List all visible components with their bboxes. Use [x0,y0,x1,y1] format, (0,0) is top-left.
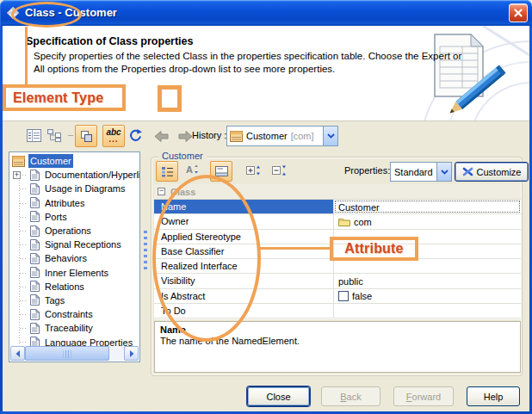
toolbar-separator [68,135,73,136]
collapse-category-icon[interactable] [158,188,165,195]
tree-item-constraints[interactable]: Constraints [9,307,139,321]
show-description-button[interactable] [210,161,232,182]
svg-text:A: A [186,164,193,175]
scrollbar-thumb[interactable] [25,346,109,361]
doc-icon [30,281,40,292]
tree-item-signal-receptions[interactable]: Signal Receptions [9,238,139,251]
tree-item-label: Relations [43,280,86,294]
forward-button[interactable]: Forward [393,386,454,406]
categorized-view-button[interactable] [156,161,178,182]
property-value-text: public [338,276,363,287]
clone-view-button[interactable] [75,125,97,147]
property-name[interactable]: Is Abstract [154,289,334,303]
forward-arrow-icon[interactable] [178,131,193,142]
expand-all-icon[interactable] [246,164,261,176]
properties-table: Class NameCustomerOwnercomApplied Stereo… [154,184,521,319]
close-button[interactable] [509,3,528,22]
property-row-visibility[interactable]: Visibilitypublic [154,274,521,288]
help-button[interactable]: Help [467,386,520,406]
history-qualifier: [com] [291,131,314,141]
property-value[interactable]: false [334,289,521,303]
back-arrow-icon[interactable] [154,131,169,142]
tree-view-icon[interactable] [46,128,62,142]
property-name[interactable]: Name [154,200,334,213]
description-text: The name of the NamedElement. [160,336,515,346]
window-border-left [0,26,3,414]
tree-item-documentation-hyperlinks[interactable]: Documentation/Hyperlinks [9,168,139,182]
property-value[interactable]: com [334,214,521,228]
properties-dropdown[interactable]: Standard [390,162,452,182]
abc-mode-button[interactable]: abc ... [102,125,125,147]
property-value-text: com [354,217,372,227]
tree-item-inner-elements[interactable]: Inner Elements [9,266,139,280]
property-name[interactable]: Applied Stereotype [154,230,334,244]
tree-item-operations[interactable]: Operations [9,224,139,238]
window-title: Class - Customer [25,0,117,25]
property-row-applied-stereotype[interactable]: Applied Stereotype [154,230,521,244]
history-dropdown[interactable]: Customer [com] [226,126,338,146]
customer-group: Customer A Properties: Standard [151,157,523,376]
tree-item-tags[interactable]: Tags [9,294,139,307]
tree-item-traceability[interactable]: Traceability [9,321,139,335]
tree-item-relations[interactable]: Relations [9,280,139,294]
clone-icon [80,130,93,143]
property-name[interactable]: Visibility [154,274,334,287]
property-value[interactable]: public [334,274,521,287]
doc-icon [30,183,40,195]
description-title: Name [160,324,515,335]
doc-icon [30,323,40,334]
history-label: History : [192,130,226,140]
tree-item-attributes[interactable]: Attributes [9,196,139,210]
header-description-line2: All options from the Properties drop-dow… [34,64,335,74]
titlebar[interactable]: Class - Customer [0,0,532,26]
property-row-is-abstract[interactable]: Is Abstractfalse [154,289,521,304]
back-button[interactable]: Back [321,386,380,406]
header-title: Specification of Class properties [26,35,194,47]
form-view-icon[interactable] [27,129,41,142]
property-name[interactable]: To Do [154,304,334,318]
scrollbar-track[interactable] [109,346,124,361]
tree-item-label: Ports [43,210,69,224]
category-row[interactable]: Class [154,184,521,200]
sort-alphabetically-icon[interactable]: A [185,164,199,176]
property-row-realized-interface[interactable]: Realized Interface [154,259,521,274]
tree-item-behaviors[interactable]: Behaviors [9,251,139,265]
customize-button[interactable]: Customize [455,162,529,182]
property-name[interactable]: Realized Interface [154,259,334,273]
property-value[interactable] [334,230,521,244]
description-area-icon [215,166,228,176]
refresh-icon[interactable] [128,128,143,143]
property-value[interactable]: Customer [334,200,521,213]
property-name[interactable]: Owner [154,214,334,228]
panel-splitter[interactable] [140,151,151,362]
chevron-down-icon[interactable] [323,127,337,145]
property-value[interactable] [334,304,521,318]
close-icon [513,8,523,18]
tree-horizontal-scrollbar[interactable] [10,346,139,361]
property-row-base-classifier[interactable]: Base Classifier [154,244,521,259]
tree-item-usage-in-diagrams[interactable]: Usage in Diagrams [9,182,139,195]
tree-item-label: Customer [28,154,73,168]
scroll-right-button[interactable] [124,346,139,361]
property-value[interactable] [334,244,521,258]
tree-item-label: Attributes [43,196,86,210]
property-name[interactable]: Base Classifier [154,244,334,258]
tree-item-customer[interactable]: Customer [9,154,139,168]
scroll-left-button[interactable] [10,346,25,361]
property-row-to-do[interactable]: To Do [154,304,521,318]
customize-tools-icon [462,167,473,176]
property-row-name[interactable]: NameCustomer [154,200,521,214]
tree-item-label: Inner Elements [43,266,110,280]
property-row-owner[interactable]: Ownercom [154,214,521,229]
property-value-text: false [352,291,372,301]
main-toolbar: abc ... History : Customer [com] [3,121,529,151]
property-value[interactable] [334,259,521,273]
abc-icon: abc ... [106,129,121,143]
expand-plus-icon[interactable] [13,171,21,179]
close-button[interactable]: Close [247,386,310,406]
tree-item-ports[interactable]: Ports [9,210,139,224]
checkbox-icon[interactable] [338,291,349,301]
chevron-down-icon[interactable] [436,163,451,181]
collapse-all-icon[interactable] [272,164,287,176]
property-value-text: Customer [338,202,380,213]
